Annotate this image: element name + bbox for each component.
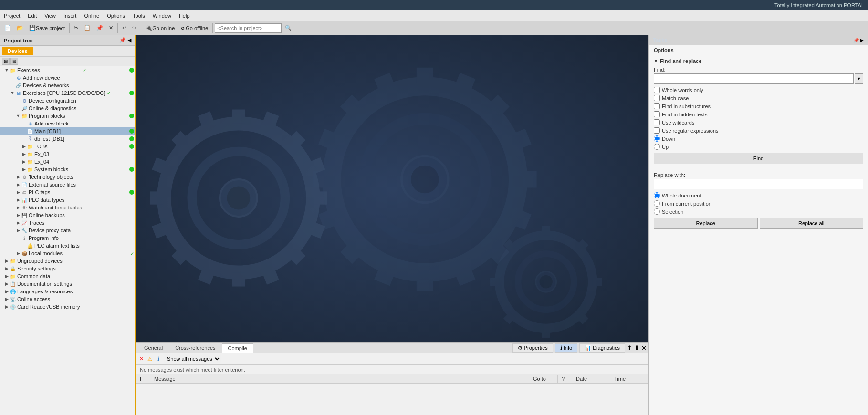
wildcards-checkbox[interactable] <box>654 119 660 125</box>
replace-btn[interactable]: Replace <box>654 218 758 229</box>
tree-item-ex03[interactable]: ▶ 📁 Ex_03 <box>0 150 135 158</box>
find-btn[interactable]: Find <box>654 153 863 164</box>
tree-item-devconfig[interactable]: ⚙ Device configuration <box>0 97 135 104</box>
direction-up-radio[interactable] <box>654 144 660 150</box>
selection-radio[interactable] <box>654 208 660 215</box>
regex-checkbox[interactable] <box>654 127 660 134</box>
right-scroll[interactable]: ▼ Find and replace Find: ▼ W <box>649 55 868 415</box>
tree-item-plc-tags[interactable]: ▶ 🏷 PLC tags <box>0 188 135 196</box>
whole-doc-radio[interactable] <box>654 192 660 198</box>
status-cpu: ✓ <box>107 91 111 96</box>
tree-grid-btn[interactable]: ⊟ <box>10 58 18 65</box>
tree-item-sysblocks[interactable]: ▶ 📁 System blocks <box>0 166 135 173</box>
filter-select[interactable]: Show all messages <box>164 354 221 363</box>
menu-project[interactable]: Project <box>0 12 24 20</box>
right-pin-btn[interactable]: 📌 <box>853 38 859 43</box>
tree-item-add-block[interactable]: ⊕ Add new block <box>0 120 135 127</box>
search-btn[interactable]: 🔍 <box>282 23 294 33</box>
expand-arrow-ex03: ▶ <box>21 152 27 156</box>
minimize-btn[interactable]: ⬇ <box>634 344 639 352</box>
tree-item-watch[interactable]: ▶ 👁 Watch and force tables <box>0 204 135 211</box>
tree-item-pginfo[interactable]: ℹ Program info <box>0 234 135 242</box>
paste-btn[interactable]: 📌 <box>94 23 105 33</box>
save-btn[interactable]: 💾 Save project <box>27 23 67 33</box>
menu-window[interactable]: Window <box>149 12 175 20</box>
from-position-radio[interactable] <box>654 200 660 207</box>
tree-item-alarm[interactable]: 🔔 PLC alarm text lists <box>0 242 135 249</box>
whole-words-checkbox[interactable] <box>654 87 660 93</box>
tab-general[interactable]: General <box>138 343 169 353</box>
tree-item-local-mod[interactable]: ▶ 📦 Local modules ✓ <box>0 249 135 257</box>
menu-insert[interactable]: Insert <box>60 12 81 20</box>
tree-item-obs[interactable]: ▶ 📁 _OBs <box>0 143 135 150</box>
tree-scroll[interactable]: ▼ 📁 Exercises ✓ ⊕ Add new device 🔗 Devic… <box>0 66 135 415</box>
svg-line-35 <box>382 76 389 93</box>
replace-all-btn[interactable]: Replace all <box>760 218 864 229</box>
diagnostics-btn[interactable]: 📊 Diagnostics <box>579 343 625 353</box>
tree-item-main[interactable]: 📄 Main [OB1] <box>0 127 135 135</box>
find-input[interactable] <box>654 73 854 84</box>
properties-btn[interactable]: ⚙ Properties <box>512 343 553 353</box>
expand-btn[interactable]: ⬆ <box>627 344 632 352</box>
tree-item-languages[interactable]: ▶ 🌐 Languages & resources <box>0 288 135 295</box>
delete-btn[interactable]: ✕ <box>106 23 115 33</box>
tab-cross-ref[interactable]: Cross-references <box>169 343 221 353</box>
menu-tools[interactable]: Tools <box>129 12 149 20</box>
tree-item-security[interactable]: ▶ 🔒 Security settings <box>0 265 135 272</box>
tree-item-datatypes[interactable]: ▶ 📊 PLC data types <box>0 196 135 204</box>
tree-item-card-reader[interactable]: ▶ 💿 Card Reader/USB memory <box>0 303 135 311</box>
tree-item-documentation[interactable]: ▶ 📋 Documentation settings <box>0 280 135 288</box>
tree-item-exercises[interactable]: ▼ 📁 Exercises ✓ <box>0 66 135 74</box>
copy-btn[interactable]: 📋 <box>82 23 93 33</box>
menu-help[interactable]: Help <box>175 12 194 20</box>
go-online-btn[interactable]: 🔌 Go online <box>143 23 177 33</box>
svg-line-48 <box>579 242 586 249</box>
alarm-icon: 🔔 <box>27 242 33 249</box>
go-offline-btn[interactable]: ⭘ Go offline <box>178 23 210 33</box>
tree-item-backups[interactable]: ▶ 💾 Online backups <box>0 211 135 219</box>
tree-item-add-device[interactable]: ⊕ Add new device <box>0 74 135 82</box>
tree-item-proxy[interactable]: ▶ 🔧 Device proxy data <box>0 227 135 234</box>
tab-compile[interactable]: Compile <box>222 343 253 353</box>
tree-item-dbtest[interactable]: 🗄 dbTest [DB1] <box>0 135 135 143</box>
tree-item-online-diag[interactable]: 🔎 Online & diagnostics <box>0 104 135 112</box>
find-substructures-checkbox[interactable] <box>654 103 660 109</box>
devconfig-icon: ⚙ <box>21 97 28 104</box>
devices-tab[interactable]: Devices <box>2 47 33 55</box>
tree-item-cpu[interactable]: ▼ 🖥 Exercises [CPU 1215C DC/DC/DC] ✓ <box>0 89 135 97</box>
info-btn[interactable]: ℹ Info <box>555 343 577 353</box>
tree-item-common-data[interactable]: ▶ 📁 Common data <box>0 272 135 280</box>
right-close-btn[interactable]: ▶ <box>860 38 864 43</box>
tree-pin-btn[interactable]: 📌 <box>119 37 126 43</box>
tree-view-btn[interactable]: ⊞ <box>2 58 10 65</box>
tree-item-ungrouped[interactable]: ▶ 📁 Ungrouped devices <box>0 257 135 265</box>
find-substructures-row: Find in substructures <box>654 102 863 110</box>
menu-online[interactable]: Online <box>80 12 103 20</box>
expand-arrow-lang: ▶ <box>4 289 10 294</box>
tree-item-online-access[interactable]: ▶ 📡 Online access <box>0 295 135 303</box>
dot-pb <box>129 114 134 118</box>
cut-btn[interactable]: ✂ <box>72 23 81 33</box>
find-hidden-checkbox[interactable] <box>654 111 660 117</box>
tree-item-ex04[interactable]: ▶ 📁 Ex_04 <box>0 158 135 166</box>
direction-down-radio[interactable] <box>654 135 660 142</box>
menu-edit[interactable]: Edit <box>24 12 41 20</box>
match-case-checkbox[interactable] <box>654 95 660 101</box>
tree-close-btn[interactable]: ◀ <box>127 37 131 43</box>
close-bottom-btn[interactable]: ✕ <box>641 344 647 352</box>
tree-item-program-blocks[interactable]: ▼ 📁 Program blocks <box>0 112 135 120</box>
menu-view[interactable]: View <box>41 12 60 20</box>
find-dropdown-btn[interactable]: ▼ <box>855 73 863 84</box>
tree-item-ext-source[interactable]: ▶ 📄 External source files <box>0 181 135 188</box>
redo-btn[interactable]: ↪ <box>130 23 139 33</box>
open-btn[interactable]: 📂 <box>14 23 26 33</box>
undo-btn[interactable]: ↩ <box>120 23 129 33</box>
replace-input[interactable] <box>654 179 863 189</box>
tree-item-tech[interactable]: ▶ ⚙ Technology objects <box>0 173 135 181</box>
new-btn[interactable]: 📄 <box>2 23 13 33</box>
find-replace-title[interactable]: ▼ Find and replace <box>654 58 863 64</box>
tree-item-traces[interactable]: ▶ 📈 Traces <box>0 219 135 227</box>
menu-options[interactable]: Options <box>103 12 129 20</box>
tree-item-devices-networks[interactable]: 🔗 Devices & networks <box>0 82 135 89</box>
search-input[interactable] <box>215 23 282 33</box>
